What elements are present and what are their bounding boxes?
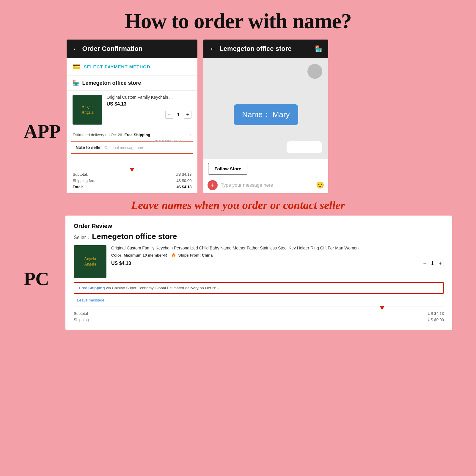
total-value: US $4.13	[175, 185, 191, 189]
pc-shipping-row: Shipping US $0.00	[74, 317, 444, 323]
chat-body: Name： Mary	[203, 58, 328, 159]
seller-name-big: Lemegeton office store	[92, 232, 177, 241]
product-price: US $4.13	[106, 101, 191, 107]
reply-bubble	[287, 141, 322, 153]
chat-plus-btn[interactable]: +	[208, 180, 218, 190]
chat-store-icon: 🏪	[315, 45, 322, 52]
seller-row: Seller： Lemegeton office store	[74, 232, 444, 241]
payment-icon: 💳	[73, 63, 81, 70]
pc-shipping-value: US $0.00	[428, 318, 444, 322]
free-shipping-link: Free Shipping	[79, 286, 105, 290]
pc-screen: Order Review Seller： Lemegeton office st…	[65, 216, 452, 330]
chat-back-arrow-icon[interactable]: ←	[209, 45, 216, 53]
pc-totals: Subtotal US $4.13 Shipping US $0.00	[74, 307, 444, 323]
app-label: APP	[24, 40, 61, 193]
product-row: Angela Angela Original Custom Family Key…	[67, 91, 197, 129]
qty-number: 1	[177, 112, 180, 117]
pc-subtotal-row: Subtotal US $4.13	[74, 310, 444, 317]
pc-product-meta: Color: Maximum 10 member-R 🔥 Ships From:…	[111, 253, 444, 257]
user-avatar	[307, 64, 322, 79]
middle-instruction-label: Leave names when you order or contact se…	[24, 199, 452, 212]
emoji-btn[interactable]: 🙂	[316, 181, 324, 189]
pc-shipping-label: Shipping	[74, 318, 89, 322]
pc-product-name-line2: Angela	[84, 262, 96, 267]
pc-qty-increase-btn[interactable]: +	[437, 260, 444, 267]
qty-increase-btn[interactable]: +	[184, 111, 191, 119]
delivery-arrow-icon: ›	[190, 133, 191, 137]
pc-qty-row: − 1 +	[421, 260, 444, 267]
seller-prefix: Seller：	[74, 235, 91, 240]
shipping-fee-value: US $0.00	[175, 178, 191, 183]
product-name-line1: Angela	[81, 104, 93, 110]
back-arrow-icon[interactable]: ←	[73, 45, 78, 52]
payment-text: SELECT PAYMENT METHOD	[84, 64, 150, 69]
pc-subtotal-label: Subtotal	[74, 311, 88, 316]
follow-store-btn[interactable]: Follow Store	[208, 163, 247, 175]
pc-label: PC	[24, 216, 59, 330]
total-row: Total: US $4.13	[73, 184, 191, 190]
ships-value: China	[202, 253, 213, 257]
subtotal-row: Subtotal: US $4.13	[73, 171, 191, 177]
total-label: Total:	[73, 185, 83, 189]
store-icon: 🏪	[73, 80, 79, 86]
payment-row[interactable]: 💳 SELECT PAYMENT METHOD	[67, 58, 197, 76]
color-value: Maximum 10 member-R	[124, 253, 167, 257]
pc-product-info: Original Custom Family Keychain Personal…	[111, 245, 444, 278]
pc-product-image: Angela Angela	[74, 245, 106, 278]
order-review-title: Order Review	[74, 223, 444, 230]
chat-screen: ← Lemegeton office store 🏪 Name： Mary Fo…	[203, 40, 328, 193]
chat-header: ← Lemegeton office store 🏪	[203, 40, 328, 58]
pc-subtotal-value: US $4.13	[428, 311, 444, 316]
note-label: Note to seller	[76, 145, 102, 150]
free-shipping-box[interactable]: Free Shipping via Cainiao Super Economy …	[74, 282, 444, 294]
chat-input-field[interactable]: Type your message here	[221, 183, 313, 188]
product-image: Angela Angela	[73, 95, 102, 125]
shipping-details: via Cainiao Super Economy Global Estimat…	[106, 286, 219, 290]
qty-decrease-btn[interactable]: −	[165, 111, 173, 119]
product-name-line2: Angela	[81, 110, 93, 115]
subtotal-value: US $4.13	[175, 172, 191, 177]
leave-message-link[interactable]: + Leave message	[74, 297, 444, 304]
app-phone-screen: ← Order Confirmation 💳 SELECT PAYMENT ME…	[67, 40, 197, 193]
main-title: How to order with name?	[0, 0, 476, 34]
name-message-bubble: Name： Mary	[234, 104, 298, 125]
chat-bottom: Follow Store + Type your message here 🙂	[203, 159, 328, 193]
order-confirmation-title: Order Confirmation	[82, 45, 142, 53]
pc-qty-decrease-btn[interactable]: −	[421, 260, 428, 267]
free-shipping-badge: Free Shipping	[125, 133, 150, 137]
delivery-text: Estimated delivery on Oct 26	[73, 133, 122, 137]
color-label: Color:	[111, 253, 122, 257]
pc-product-row: Angela Angela Original Custom Family Key…	[74, 245, 444, 278]
pc-product-name-line1: Angela	[84, 256, 96, 262]
note-barcode: 100500065651287 28	[155, 139, 181, 142]
chat-input-row: + Type your message here 🙂	[203, 177, 328, 193]
shipping-fee-row: Shipping fee: US $0.00	[73, 177, 191, 184]
app-phone-header: ← Order Confirmation	[67, 40, 197, 58]
pc-product-title: Original Custom Family Keychain Personal…	[111, 245, 444, 251]
chat-header-left: ← Lemegeton office store	[209, 45, 291, 53]
pc-price: US $4.13	[111, 261, 131, 266]
product-title: Original Custom Family Keychain ...	[106, 95, 191, 100]
store-name: Lemegeton office store	[82, 80, 141, 86]
note-placeholder: Optional message here	[104, 145, 144, 150]
shipping-fee-label: Shipping fee:	[73, 178, 95, 183]
subtotal-label: Subtotal:	[73, 172, 88, 177]
ships-label: Ships From:	[178, 253, 201, 257]
pc-qty-number: 1	[431, 261, 434, 266]
note-seller-box[interactable]: Note to seller Optional message here 100…	[71, 141, 193, 154]
qty-row: − 1 +	[106, 111, 191, 119]
chat-store-name: Lemegeton office store	[219, 45, 291, 53]
totals-section: Subtotal: US $4.13 Shipping fee: US $0.0…	[67, 169, 197, 192]
product-info: Original Custom Family Keychain ... US $…	[106, 95, 191, 125]
store-row: 🏪 Lemegeton office store	[67, 76, 197, 91]
